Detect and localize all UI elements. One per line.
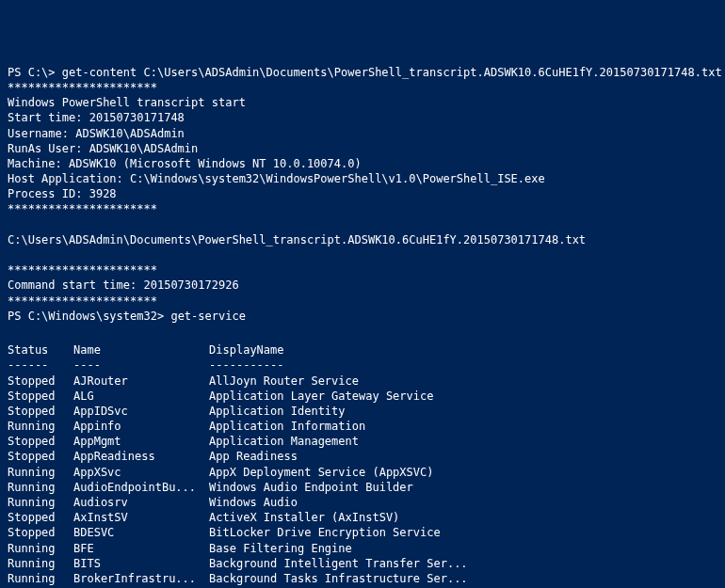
transcript-host-app: Host Application: C:\Windows\system32\Wi… bbox=[8, 171, 717, 186]
service-name: AppXSvc bbox=[73, 465, 209, 480]
separator: ********************** bbox=[8, 80, 717, 95]
service-status: Running bbox=[8, 480, 73, 495]
service-status: Stopped bbox=[8, 389, 73, 404]
command-text: get-service bbox=[170, 310, 245, 323]
transcript-username: Username: ADSWK10\ADSAdmin bbox=[8, 126, 717, 141]
prompt-path: PS C:\> bbox=[8, 66, 56, 79]
service-status: Stopped bbox=[8, 510, 73, 525]
service-name: Appinfo bbox=[73, 419, 209, 434]
separator: ********************** bbox=[8, 262, 717, 278]
service-status: Stopped bbox=[8, 525, 73, 540]
service-displayname: AppX Deployment Service (AppXSVC) bbox=[209, 465, 481, 480]
separator: ********************** bbox=[8, 201, 717, 216]
service-displayname: App Readiness bbox=[209, 449, 481, 464]
service-name: AudioEndpointBu... bbox=[73, 480, 209, 495]
service-name: AppIDSvc bbox=[73, 404, 209, 419]
command-start-time: Command start time: 20150730172926 bbox=[8, 278, 717, 293]
table-row: RunningAudiosrvWindows Audio bbox=[8, 495, 481, 510]
table-row: StoppedALGApplication Layer Gateway Serv… bbox=[8, 389, 481, 404]
service-displayname: Windows Audio bbox=[209, 495, 481, 510]
command-text: get-content C:\Users\ADSAdmin\Documents\… bbox=[62, 66, 722, 79]
table-row: RunningAudioEndpointBu...Windows Audio E… bbox=[8, 480, 481, 495]
table-row: StoppedAxInstSVActiveX Installer (AxInst… bbox=[8, 510, 481, 525]
service-name: BITS bbox=[73, 556, 209, 571]
transcript-file-path: C:\Users\ADSAdmin\Documents\PowerShell_t… bbox=[8, 232, 717, 247]
table-row: RunningAppinfoApplication Information bbox=[8, 419, 481, 434]
transcript-machine: Machine: ADSWK10 (Microsoft Windows NT 1… bbox=[8, 156, 717, 171]
terminal-output: PS C:\> get-content C:\Users\ADSAdmin\Do… bbox=[8, 65, 717, 588]
service-name: Audiosrv bbox=[73, 495, 209, 510]
table-row: StoppedBDESVCBitLocker Drive Encryption … bbox=[8, 525, 481, 540]
table-row: RunningAppXSvcAppX Deployment Service (A… bbox=[8, 465, 481, 480]
service-status: Running bbox=[8, 571, 73, 586]
service-name: AxInstSV bbox=[73, 510, 209, 525]
service-status: Stopped bbox=[8, 373, 73, 389]
service-status: Running bbox=[8, 556, 73, 571]
service-name: AppMgmt bbox=[73, 434, 209, 449]
header-name: Name bbox=[73, 342, 209, 358]
table-dash-row: --------------------- bbox=[8, 358, 481, 373]
service-name: ALG bbox=[73, 389, 209, 404]
service-status: Running bbox=[8, 465, 73, 480]
table-row: StoppedAJRouterAllJoyn Router Service bbox=[8, 373, 481, 389]
service-displayname: Background Intelligent Transfer Ser... bbox=[209, 556, 481, 571]
service-displayname: Base Filtering Engine bbox=[209, 541, 481, 556]
service-displayname: Application Information bbox=[209, 419, 481, 434]
service-name: BFE bbox=[73, 541, 209, 556]
service-displayname: Background Tasks Infrastructure Ser... bbox=[209, 571, 481, 586]
service-displayname: Application Layer Gateway Service bbox=[209, 389, 481, 404]
service-status: Running bbox=[8, 495, 73, 510]
table-row: RunningBFEBase Filtering Engine bbox=[8, 541, 481, 556]
service-table: StatusNameDisplayName ------------------… bbox=[8, 342, 481, 588]
service-displayname: Application Management bbox=[209, 434, 481, 449]
service-displayname: AllJoyn Router Service bbox=[209, 373, 481, 389]
header-displayname: DisplayName bbox=[209, 342, 481, 358]
transcript-runas: RunAs User: ADSWK10\ADSAdmin bbox=[8, 141, 717, 156]
separator: ********************** bbox=[8, 294, 717, 309]
service-displayname: Application Identity bbox=[209, 404, 481, 419]
transcript-process-id: Process ID: 3928 bbox=[8, 186, 717, 201]
table-row: RunningBITSBackground Intelligent Transf… bbox=[8, 556, 481, 571]
table-row: StoppedAppReadinessApp Readiness bbox=[8, 449, 481, 464]
transcript-start-time: Start time: 20150730171748 bbox=[8, 110, 717, 125]
service-name: AppReadiness bbox=[73, 449, 209, 464]
header-status: Status bbox=[8, 342, 73, 358]
service-status: Stopped bbox=[8, 449, 73, 464]
table-header-row: StatusNameDisplayName bbox=[8, 342, 481, 358]
service-status: Running bbox=[8, 419, 73, 434]
table-row: StoppedAppIDSvcApplication Identity bbox=[8, 404, 481, 419]
prompt-path: PS C:\Windows\system32> bbox=[8, 310, 164, 323]
service-displayname: BitLocker Drive Encryption Service bbox=[209, 525, 481, 540]
transcript-title: Windows PowerShell transcript start bbox=[8, 95, 717, 110]
service-name: BrokerInfrastru... bbox=[73, 571, 209, 586]
service-displayname: ActiveX Installer (AxInstSV) bbox=[209, 510, 481, 525]
table-row: RunningBrokerInfrastru...Background Task… bbox=[8, 571, 481, 586]
service-status: Stopped bbox=[8, 434, 73, 449]
service-status: Stopped bbox=[8, 404, 73, 419]
service-displayname: Windows Audio Endpoint Builder bbox=[209, 480, 481, 495]
table-row: StoppedAppMgmtApplication Management bbox=[8, 434, 481, 449]
service-name: AJRouter bbox=[73, 373, 209, 389]
service-name: BDESVC bbox=[73, 525, 209, 540]
service-status: Running bbox=[8, 541, 73, 556]
